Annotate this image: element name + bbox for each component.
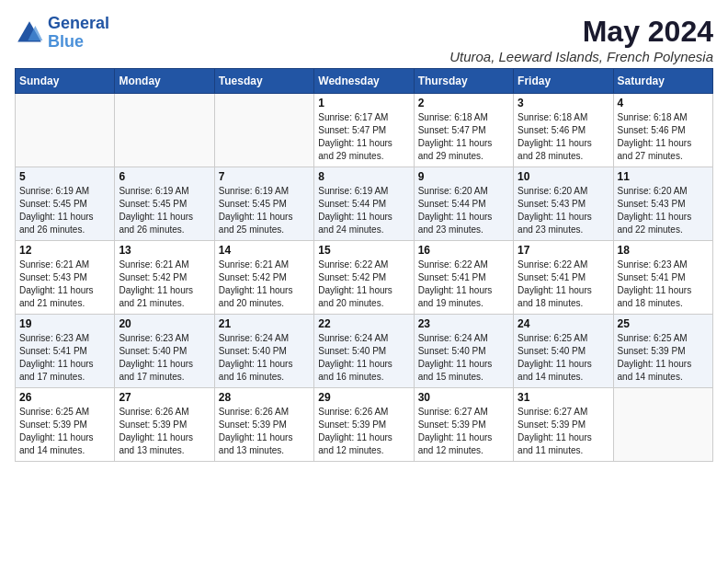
- calendar-cell: 26Sunrise: 6:25 AM Sunset: 5:39 PM Dayli…: [16, 388, 115, 462]
- day-number: 13: [119, 244, 210, 257]
- weekday-header-tuesday: Tuesday: [214, 69, 313, 94]
- day-info: Sunrise: 6:18 AM Sunset: 5:46 PM Dayligh…: [518, 111, 609, 163]
- day-number: 17: [518, 244, 609, 257]
- calendar-cell: 25Sunrise: 6:25 AM Sunset: 5:39 PM Dayli…: [613, 315, 712, 388]
- weekday-header-wednesday: Wednesday: [314, 69, 414, 94]
- day-info: Sunrise: 6:21 AM Sunset: 5:43 PM Dayligh…: [19, 259, 110, 310]
- day-number: 25: [618, 317, 709, 330]
- day-number: 6: [119, 170, 210, 183]
- day-info: Sunrise: 6:20 AM Sunset: 5:43 PM Dayligh…: [518, 185, 609, 236]
- day-info: Sunrise: 6:25 AM Sunset: 5:39 PM Dayligh…: [618, 332, 709, 384]
- day-number: 24: [518, 317, 609, 330]
- calendar-cell: 24Sunrise: 6:25 AM Sunset: 5:40 PM Dayli…: [514, 315, 613, 388]
- day-info: Sunrise: 6:27 AM Sunset: 5:39 PM Dayligh…: [418, 406, 509, 457]
- day-info: Sunrise: 6:26 AM Sunset: 5:39 PM Dayligh…: [219, 406, 310, 457]
- day-info: Sunrise: 6:19 AM Sunset: 5:44 PM Dayligh…: [318, 185, 409, 236]
- week-row-5: 26Sunrise: 6:25 AM Sunset: 5:39 PM Dayli…: [16, 388, 713, 462]
- day-info: Sunrise: 6:23 AM Sunset: 5:41 PM Dayligh…: [618, 259, 709, 310]
- calendar-cell: 14Sunrise: 6:21 AM Sunset: 5:42 PM Dayli…: [214, 241, 313, 315]
- day-number: 2: [418, 97, 509, 109]
- day-number: 28: [219, 391, 310, 404]
- day-number: 18: [618, 244, 709, 257]
- week-row-4: 19Sunrise: 6:23 AM Sunset: 5:41 PM Dayli…: [16, 315, 713, 388]
- title-block: May 2024 Uturoa, Leeward Islands, French…: [449, 15, 713, 64]
- day-info: Sunrise: 6:26 AM Sunset: 5:39 PM Dayligh…: [318, 406, 409, 457]
- calendar-cell: 29Sunrise: 6:26 AM Sunset: 5:39 PM Dayli…: [314, 388, 414, 462]
- calendar-cell: 21Sunrise: 6:24 AM Sunset: 5:40 PM Dayli…: [214, 315, 313, 388]
- calendar-cell: 10Sunrise: 6:20 AM Sunset: 5:43 PM Dayli…: [514, 167, 613, 241]
- day-number: 7: [219, 170, 310, 183]
- weekday-header-sunday: Sunday: [16, 69, 115, 94]
- calendar-cell: 9Sunrise: 6:20 AM Sunset: 5:44 PM Daylig…: [414, 167, 513, 241]
- location-subtitle: Uturoa, Leeward Islands, French Polynesi…: [449, 49, 713, 64]
- calendar-cell: 11Sunrise: 6:20 AM Sunset: 5:43 PM Dayli…: [613, 167, 712, 241]
- day-number: 14: [219, 244, 310, 257]
- day-number: 4: [618, 97, 709, 109]
- calendar-cell: 7Sunrise: 6:19 AM Sunset: 5:45 PM Daylig…: [214, 167, 313, 241]
- logo-icon: [15, 18, 44, 48]
- day-number: 21: [219, 317, 310, 330]
- day-info: Sunrise: 6:25 AM Sunset: 5:39 PM Dayligh…: [19, 406, 110, 457]
- week-row-2: 5Sunrise: 6:19 AM Sunset: 5:45 PM Daylig…: [16, 167, 713, 241]
- calendar-cell: 4Sunrise: 6:18 AM Sunset: 5:46 PM Daylig…: [613, 94, 712, 167]
- day-info: Sunrise: 6:23 AM Sunset: 5:40 PM Dayligh…: [119, 332, 210, 384]
- day-info: Sunrise: 6:19 AM Sunset: 5:45 PM Dayligh…: [19, 185, 110, 236]
- day-number: 23: [418, 317, 509, 330]
- calendar-cell: 13Sunrise: 6:21 AM Sunset: 5:42 PM Dayli…: [115, 241, 214, 315]
- calendar-cell: 19Sunrise: 6:23 AM Sunset: 5:41 PM Dayli…: [16, 315, 115, 388]
- day-info: Sunrise: 6:23 AM Sunset: 5:41 PM Dayligh…: [19, 332, 110, 384]
- day-info: Sunrise: 6:24 AM Sunset: 5:40 PM Dayligh…: [418, 332, 509, 384]
- week-row-3: 12Sunrise: 6:21 AM Sunset: 5:43 PM Dayli…: [16, 241, 713, 315]
- weekday-header-thursday: Thursday: [414, 69, 513, 94]
- day-number: 30: [418, 391, 509, 404]
- calendar-cell: 20Sunrise: 6:23 AM Sunset: 5:40 PM Dayli…: [115, 315, 214, 388]
- day-info: Sunrise: 6:24 AM Sunset: 5:40 PM Dayligh…: [318, 332, 409, 384]
- calendar-cell: 15Sunrise: 6:22 AM Sunset: 5:42 PM Dayli…: [314, 241, 414, 315]
- page-header: General Blue May 2024 Uturoa, Leeward Is…: [15, 15, 713, 64]
- day-number: 22: [318, 317, 409, 330]
- month-year-title: May 2024: [449, 15, 713, 49]
- calendar-cell: 2Sunrise: 6:18 AM Sunset: 5:47 PM Daylig…: [414, 94, 513, 167]
- day-number: 19: [19, 317, 110, 330]
- calendar-cell: [115, 94, 214, 167]
- day-info: Sunrise: 6:27 AM Sunset: 5:39 PM Dayligh…: [518, 406, 609, 457]
- day-info: Sunrise: 6:20 AM Sunset: 5:44 PM Dayligh…: [418, 185, 509, 236]
- weekday-header-row: SundayMondayTuesdayWednesdayThursdayFrid…: [16, 69, 713, 94]
- day-info: Sunrise: 6:22 AM Sunset: 5:41 PM Dayligh…: [518, 259, 609, 310]
- day-number: 9: [418, 170, 509, 183]
- day-number: 15: [318, 244, 409, 257]
- weekday-header-monday: Monday: [115, 69, 214, 94]
- week-row-1: 1Sunrise: 6:17 AM Sunset: 5:47 PM Daylig…: [16, 94, 713, 167]
- calendar-cell: 12Sunrise: 6:21 AM Sunset: 5:43 PM Dayli…: [16, 241, 115, 315]
- weekday-header-saturday: Saturday: [613, 69, 712, 94]
- calendar-cell: 30Sunrise: 6:27 AM Sunset: 5:39 PM Dayli…: [414, 388, 513, 462]
- calendar-cell: 8Sunrise: 6:19 AM Sunset: 5:44 PM Daylig…: [314, 167, 414, 241]
- day-info: Sunrise: 6:22 AM Sunset: 5:41 PM Dayligh…: [418, 259, 509, 310]
- day-number: 11: [618, 170, 709, 183]
- day-info: Sunrise: 6:21 AM Sunset: 5:42 PM Dayligh…: [219, 259, 310, 310]
- calendar-cell: 22Sunrise: 6:24 AM Sunset: 5:40 PM Dayli…: [314, 315, 414, 388]
- calendar-cell: [16, 94, 115, 167]
- calendar-cell: [214, 94, 313, 167]
- day-info: Sunrise: 6:24 AM Sunset: 5:40 PM Dayligh…: [219, 332, 310, 384]
- day-number: 1: [318, 97, 409, 109]
- calendar-cell: 6Sunrise: 6:19 AM Sunset: 5:45 PM Daylig…: [115, 167, 214, 241]
- day-info: Sunrise: 6:18 AM Sunset: 5:46 PM Dayligh…: [618, 111, 709, 163]
- calendar-table: SundayMondayTuesdayWednesdayThursdayFrid…: [15, 68, 713, 462]
- calendar-cell: 3Sunrise: 6:18 AM Sunset: 5:46 PM Daylig…: [514, 94, 613, 167]
- logo: General Blue: [15, 15, 109, 52]
- day-info: Sunrise: 6:19 AM Sunset: 5:45 PM Dayligh…: [219, 185, 310, 236]
- day-number: 27: [119, 391, 210, 404]
- day-number: 12: [19, 244, 110, 257]
- day-number: 31: [518, 391, 609, 404]
- calendar-cell: 1Sunrise: 6:17 AM Sunset: 5:47 PM Daylig…: [314, 94, 414, 167]
- day-info: Sunrise: 6:26 AM Sunset: 5:39 PM Dayligh…: [119, 406, 210, 457]
- day-info: Sunrise: 6:17 AM Sunset: 5:47 PM Dayligh…: [318, 111, 409, 163]
- day-info: Sunrise: 6:21 AM Sunset: 5:42 PM Dayligh…: [119, 259, 210, 310]
- day-number: 26: [19, 391, 110, 404]
- calendar-cell: 18Sunrise: 6:23 AM Sunset: 5:41 PM Dayli…: [613, 241, 712, 315]
- calendar-cell: 31Sunrise: 6:27 AM Sunset: 5:39 PM Dayli…: [514, 388, 613, 462]
- day-info: Sunrise: 6:25 AM Sunset: 5:40 PM Dayligh…: [518, 332, 609, 384]
- day-info: Sunrise: 6:18 AM Sunset: 5:47 PM Dayligh…: [418, 111, 509, 163]
- calendar-cell: 27Sunrise: 6:26 AM Sunset: 5:39 PM Dayli…: [115, 388, 214, 462]
